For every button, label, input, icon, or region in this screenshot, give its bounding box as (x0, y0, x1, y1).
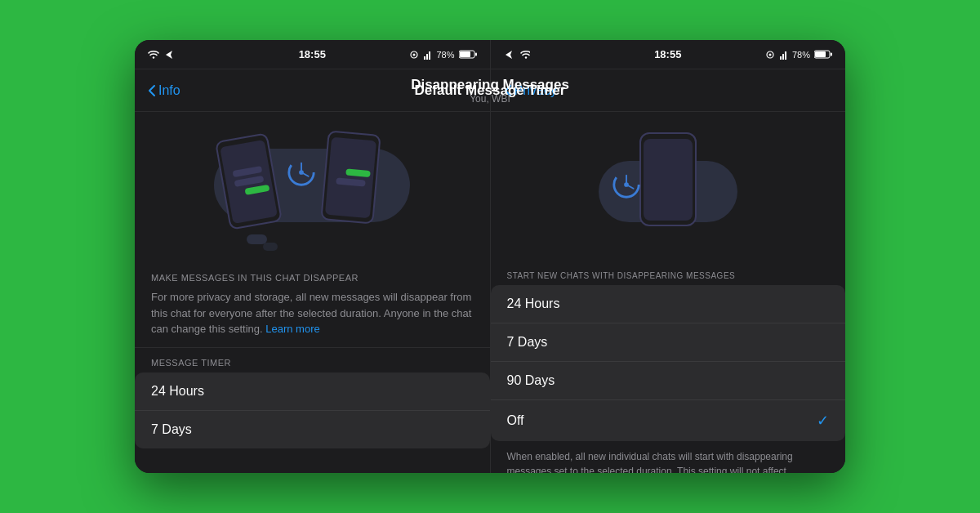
phone-right (321, 130, 381, 224)
phone-left (215, 132, 283, 230)
option-label-7d: 7 Days (151, 422, 192, 437)
signal-icon-left (424, 50, 432, 60)
timer-options-left: 24 Hours 7 Days (135, 372, 490, 448)
panel-left: MAKE MESSAGES IN THIS CHAT DISAPPEAR For… (135, 112, 491, 473)
status-bar-right: 18:55 78% (490, 40, 846, 69)
option-label-24h-right: 24 Hours (507, 297, 560, 311)
battery-icon-right (814, 50, 832, 59)
status-bar: 18:55 78% (135, 40, 845, 69)
right-panel-status-left-icons (504, 50, 530, 60)
battery-icon-left (459, 50, 477, 59)
timer-icon-right (611, 169, 644, 202)
option-90d-right[interactable]: 90 Days (491, 362, 846, 400)
location-icon-left (408, 50, 420, 60)
back-button-left[interactable]: Info (148, 83, 180, 98)
timer-svg-right (611, 169, 642, 200)
svg-rect-12 (780, 56, 782, 60)
battery-left: 78% (436, 50, 454, 60)
phone-screen-left (220, 139, 278, 223)
svg-rect-7 (460, 51, 470, 57)
option-label-90d-right: 90 Days (507, 373, 555, 388)
time-left: 18:55 (299, 48, 326, 60)
nav-title-right: Default Message Timer (415, 83, 566, 99)
option-label-off-right: Off (507, 413, 524, 428)
svg-rect-13 (782, 54, 784, 60)
svg-rect-17 (831, 53, 832, 56)
content-area: MAKE MESSAGES IN THIS CHAT DISAPPEAR For… (135, 112, 845, 473)
left-illustration (135, 112, 490, 263)
wifi-icon-right (520, 50, 530, 60)
location-icon-right (764, 50, 776, 60)
phones-graphic (198, 124, 426, 251)
small-cloud-2 (263, 243, 278, 251)
svg-rect-14 (785, 51, 786, 60)
single-phone-graphic (595, 124, 742, 251)
svg-point-0 (153, 56, 154, 58)
chevron-left-icon-left (148, 84, 156, 97)
svg-rect-5 (429, 51, 430, 60)
option-7d-right[interactable]: 7 Days (491, 323, 846, 362)
svg-point-2 (413, 53, 416, 56)
time-right: 18:55 (654, 48, 681, 60)
chat-bubble-right-2 (336, 177, 366, 186)
status-bar-left: 18:55 78% (135, 40, 490, 69)
right-status-icons-right: 78% (764, 50, 832, 60)
option-label-7d-right: 7 Days (507, 335, 548, 350)
phone-screen-right (325, 136, 376, 217)
back-label-left: Info (158, 83, 180, 98)
phone-screen-single (644, 139, 693, 221)
timer-icon-center (286, 157, 318, 190)
chat-bubble-right-1 (345, 168, 371, 177)
panel-right: START NEW CHATS WITH DISAPPEARING MESSAG… (491, 112, 846, 473)
option-24h-right[interactable]: 24 Hours (491, 285, 846, 323)
right-status-icons-left: 78% (408, 50, 476, 60)
right-section-label: START NEW CHATS WITH DISAPPEARING MESSAG… (491, 263, 846, 285)
bottom-description: When enabled, all new individual chats w… (491, 441, 846, 473)
option-7d-left[interactable]: 7 Days (135, 411, 490, 448)
option-off-right[interactable]: Off ✓ (491, 400, 846, 441)
svg-rect-8 (475, 53, 477, 56)
option-label-24h: 24 Hours (151, 384, 204, 399)
left-status-icons (148, 50, 174, 60)
nav-bar: Info Disappearing Messages You, WBI Priv… (135, 69, 845, 112)
description-section: MAKE MESSAGES IN THIS CHAT DISAPPEAR For… (135, 263, 490, 348)
wifi-icon (148, 50, 159, 60)
timer-options-right: 24 Hours 7 Days 90 Days Off ✓ (491, 285, 846, 441)
plane-icon-right (504, 50, 515, 60)
plane-icon (164, 50, 174, 60)
svg-point-9 (524, 56, 526, 58)
signal-icon-right (780, 50, 788, 60)
nav-title-group-right: Default Message Timer (415, 83, 566, 99)
description-text: For more privacy and storage, all new me… (151, 289, 474, 337)
timer-section-label: MESSAGE TIMER (135, 348, 490, 372)
option-24h-left[interactable]: 24 Hours (135, 372, 490, 411)
chat-bubble-green (245, 185, 270, 195)
device-frame: 18:55 78% (135, 40, 845, 473)
svg-rect-3 (424, 56, 425, 60)
learn-more-link[interactable]: Learn more (265, 323, 319, 335)
phone-single (639, 132, 697, 226)
svg-rect-16 (815, 51, 826, 57)
battery-right: 78% (792, 50, 810, 60)
section-label-left: MAKE MESSAGES IN THIS CHAT DISAPPEAR (151, 273, 474, 283)
svg-point-11 (768, 53, 771, 56)
right-illustration (491, 112, 846, 263)
timer-svg-left (286, 157, 317, 188)
svg-rect-4 (426, 54, 428, 60)
checkmark-off: ✓ (817, 412, 829, 430)
